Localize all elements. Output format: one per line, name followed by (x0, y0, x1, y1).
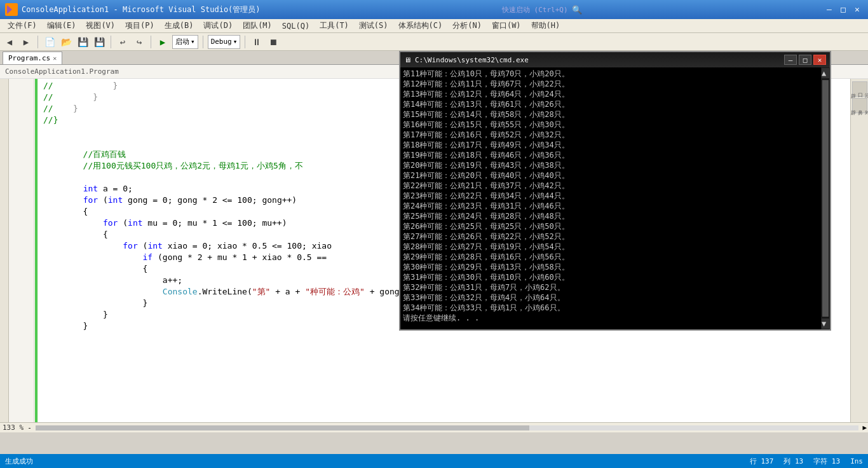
cmd-output-line: 第33种可能：公鸡32只，母鸡4只，小鸡64只。 (403, 292, 817, 303)
menu-analyze[interactable]: 分析(N) (447, 19, 487, 32)
cmd-title: C:\Windows\system32\cmd.exe (415, 56, 529, 64)
menu-sql[interactable]: SQL(Q) (277, 20, 315, 32)
cmd-output-line: 第25种可能：公鸡24只，母鸡28只，小鸡48只。 (403, 211, 817, 221)
menu-window[interactable]: 窗口(W) (487, 19, 526, 32)
right-panel-icon-2[interactable]: 题对鼻辟咚 (852, 98, 867, 113)
menu-test[interactable]: 测试(S) (354, 19, 393, 32)
search-placeholder: 快速启动 (Ctrl+Q) (502, 5, 568, 15)
maximize-button[interactable]: □ (837, 4, 849, 15)
breadcrumb-path: ConsoleApplication1.Program (5, 67, 119, 76)
window-title: ConsoleApplication1 - Microsoft Visual S… (22, 4, 261, 15)
menu-debug[interactable]: 调试(D) (198, 19, 238, 32)
toolbar-pause-button[interactable]: ⏸ (250, 35, 264, 49)
horizontal-scrollbar[interactable] (36, 425, 859, 430)
toolbar-stop-button[interactable]: ⏹ (266, 35, 280, 49)
cmd-output-line: 第34种可能：公鸡33只，母鸡1只，小鸡66只。 (403, 303, 817, 313)
toolbar-open-button[interactable]: 📂 (59, 35, 73, 49)
cmd-output-line: 第11种可能：公鸡10只，母鸡70只，小鸡20只。 (403, 69, 817, 79)
cmd-output-line: 第21种可能：公鸡20只，母鸡40只，小鸡40只。 (403, 170, 817, 181)
menu-file[interactable]: 文件(F) (3, 19, 42, 32)
toolbar: ◀ ▶ 📄 📂 💾 💾 ↩ ↪ ▶ 启动 ▾ Debug ▾ ⏸ ⏹ (0, 33, 868, 51)
cmd-output-line: 第17种可能：公鸡16只，母鸡52只，小鸡32只。 (403, 130, 817, 140)
cmd-output-line: 第32种可能：公鸡31只，母鸡7只，小鸡62只。 (403, 282, 817, 292)
toolbar-config-dropdown[interactable]: Debug ▾ (208, 35, 241, 49)
menu-tools[interactable]: 工具(T) (315, 19, 354, 32)
status-bar: 生成成功 行 137 列 13 字符 13 Ins (0, 454, 868, 468)
col-indicator: 列 13 (783, 457, 803, 466)
line-numbers (9, 79, 34, 422)
cmd-controls: — □ ✕ (784, 55, 826, 65)
row-indicator: 行 137 (750, 457, 774, 466)
cmd-output-line: 第18种可能：公鸡17只，母鸡49只，小鸡34只。 (403, 140, 817, 150)
toolbar-forward-button[interactable]: ▶ (19, 35, 33, 49)
tab-filename: Program.cs (8, 54, 50, 62)
scroll-right-button[interactable]: ▶ (861, 423, 868, 432)
minimize-button[interactable]: — (824, 4, 835, 15)
menu-edit[interactable]: 编辑(E) (42, 19, 81, 32)
vs-logo-icon (5, 3, 18, 16)
menu-arch[interactable]: 体系结构(C) (393, 19, 448, 32)
close-button[interactable]: ✕ (851, 4, 863, 15)
search-icon[interactable]: 🔍 (572, 5, 582, 15)
toolbar-sep-4 (203, 36, 203, 48)
toolbar-sep-3 (151, 36, 151, 48)
cmd-output-line: 第26种可能：公鸡25只，母鸡25只，小鸡50只。 (403, 221, 817, 231)
menu-team[interactable]: 团队(M) (238, 19, 277, 32)
cmd-output: 第11种可能：公鸡10只，母鸡70只，小鸡20只。第12种可能：公鸡11只，母鸡… (400, 67, 830, 329)
cmd-close-button[interactable]: ✕ (813, 55, 826, 65)
mode-indicator: Ins (850, 457, 863, 465)
cmd-output-line: 第29种可能：公鸡28只，母鸡16只，小鸡56只。 (403, 252, 817, 262)
toolbar-undo-button[interactable]: ↩ (116, 35, 130, 49)
right-panel-icon-1[interactable]: 测沿口辟咚 (852, 81, 867, 97)
toolbar-save-all-button[interactable]: 💾 (92, 35, 106, 49)
zoom-minus-button[interactable]: - (26, 423, 33, 432)
title-bar: ConsoleApplication1 - Microsoft Visual S… (0, 0, 868, 19)
toolbar-start-dropdown[interactable]: 启动 ▾ (172, 35, 198, 49)
menu-project[interactable]: 项目(P) (120, 19, 159, 32)
cmd-scroll-down[interactable]: ▼ (822, 319, 829, 329)
cmd-output-line: 第13种可能：公鸡12只，母鸡64只，小鸡24只。 (403, 89, 817, 99)
svg-marker-0 (7, 5, 12, 14)
menu-build[interactable]: 生成(B) (159, 19, 199, 32)
toolbar-sep-5 (245, 36, 245, 48)
toolbar-start-button[interactable]: ▶ (156, 35, 170, 49)
menu-view[interactable]: 视图(V) (81, 19, 120, 32)
cmd-maximize-button[interactable]: □ (799, 55, 811, 65)
cmd-output-line: 第16种可能：公鸡15只，母鸡55只，小鸡30只。 (403, 120, 817, 130)
cmd-output-line: 第30种可能：公鸡29只，母鸡13只，小鸡58只。 (403, 262, 817, 272)
toolbar-save-button[interactable]: 💾 (76, 35, 90, 49)
cmd-output-line: 第12种可能：公鸡11只，母鸡67只，小鸡22只。 (403, 79, 817, 89)
tab-program-cs[interactable]: Program.cs ✕ (3, 52, 62, 64)
cmd-output-line: 第31种可能：公鸡30只，母鸡10只，小鸡60只。 (403, 272, 817, 282)
toolbar-sep-2 (111, 36, 111, 48)
left-gutter (0, 79, 9, 422)
cmd-output-line: 第23种可能：公鸡22只，母鸡34只，小鸡44只。 (403, 191, 817, 201)
toolbar-redo-button[interactable]: ↪ (132, 35, 146, 49)
build-status: 生成成功 (5, 457, 33, 466)
cmd-scrollbar[interactable]: ▲ ▼ (821, 67, 830, 329)
cmd-scroll-up[interactable]: ▲ (822, 68, 829, 78)
cmd-minimize-button[interactable]: — (784, 55, 797, 65)
menu-help[interactable]: 帮助(H) (526, 19, 566, 32)
svg-marker-1 (12, 5, 16, 14)
toolbar-new-button[interactable]: 📄 (43, 35, 57, 49)
cmd-title-bar[interactable]: 🖥 C:\Windows\system32\cmd.exe — □ ✕ (400, 52, 830, 67)
cmd-output-line: 第14种可能：公鸡13只，母鸡61只，小鸡26只。 (403, 99, 817, 109)
zoom-level: 133 % (0, 423, 26, 432)
right-panel: 测沿口辟咚 题对鼻辟咚 (850, 79, 868, 422)
toolbar-back-button[interactable]: ◀ (3, 35, 17, 49)
cmd-output-line: 第19种可能：公鸡18只，母鸡46只，小鸡36只。 (403, 150, 817, 160)
tab-close-button[interactable]: ✕ (53, 55, 57, 62)
cmd-output-line: 第15种可能：公鸡14只，母鸡58只，小鸡28只。 (403, 109, 817, 120)
toolbar-sep-1 (37, 36, 38, 48)
cmd-output-line: 第22种可能：公鸡21只，母鸡37只，小鸡42只。 (403, 181, 817, 191)
cmd-output-line: 第24种可能：公鸡23只，母鸡31只，小鸡46只。 (403, 201, 817, 211)
cmd-window: 🖥 C:\Windows\system32\cmd.exe — □ ✕ 第11种… (399, 51, 831, 331)
cmd-icon: 🖥 (404, 56, 411, 64)
cmd-output-line: 第27种可能：公鸡26只，母鸡22只，小鸡52只。 (403, 231, 817, 242)
cmd-output-line: 第20种可能：公鸡19只，母鸡43只，小鸡38只。 (403, 160, 817, 170)
cmd-output-line: 请按任意键继续. . . (403, 313, 817, 323)
menu-bar: 文件(F) 编辑(E) 视图(V) 项目(P) 生成(B) 调试(D) 团队(M… (0, 19, 868, 33)
cmd-output-line: 第28种可能：公鸡27只，母鸡19只，小鸡54只。 (403, 242, 817, 252)
cmd-scroll-thumb[interactable] (822, 80, 829, 317)
